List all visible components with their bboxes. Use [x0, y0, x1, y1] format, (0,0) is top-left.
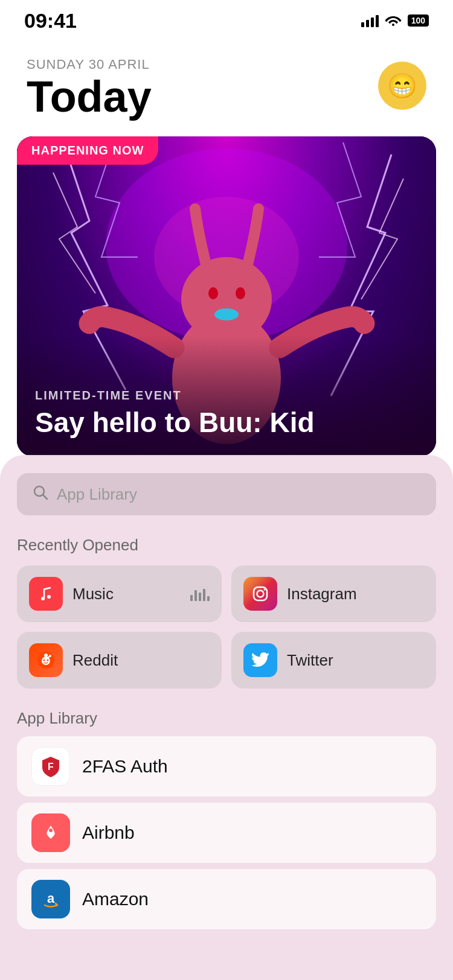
battery-icon: 100: [408, 14, 429, 27]
music-app-name: Music: [72, 585, 181, 603]
search-icon: [33, 485, 48, 504]
2fas-app-name: 2FAS Auth: [82, 756, 168, 777]
app-library-list: F 2FAS Auth Airbnb: [17, 736, 436, 929]
app-library-title: App Library: [17, 709, 436, 728]
music-app-icon: [29, 577, 63, 611]
card-overlay: LIMITED-TIME EVENT Say hello to Buu: Kid: [17, 336, 436, 456]
recently-opened-title: Recently Opened: [17, 536, 436, 555]
reddit-app-icon: [29, 643, 63, 677]
svg-line-11: [44, 588, 50, 590]
airbnb-icon: [31, 813, 70, 852]
svg-text:F: F: [48, 762, 54, 772]
event-title-label: Say hello to Buu: Kid: [35, 407, 418, 438]
status-bar: 09:41 100: [0, 0, 453, 33]
search-bar[interactable]: App Library: [17, 473, 436, 515]
avatar[interactable]: 😁: [378, 62, 426, 110]
signal-icon: [361, 14, 379, 27]
svg-point-24: [49, 829, 53, 832]
twitter-app-name: Twitter: [287, 651, 424, 670]
happening-badge: HAPPENING NOW: [17, 136, 158, 165]
svg-point-16: [42, 657, 50, 665]
list-item-2fas[interactable]: F 2FAS Auth: [17, 736, 436, 797]
svg-line-8: [43, 495, 47, 499]
app-tile-twitter[interactable]: Twitter: [231, 632, 436, 689]
app-tile-music[interactable]: Music: [17, 565, 222, 622]
wifi-icon: [385, 13, 402, 28]
app-tile-instagram[interactable]: Instagram: [231, 565, 436, 622]
amazon-app-name: Amazon: [82, 889, 149, 909]
event-type-label: LIMITED-TIME EVENT: [35, 389, 418, 402]
app-tile-reddit[interactable]: Reddit: [17, 632, 222, 689]
list-item-airbnb[interactable]: Airbnb: [17, 803, 436, 863]
amazon-icon: a: [31, 880, 70, 918]
2fas-icon: F: [31, 747, 70, 786]
airbnb-app-name: Airbnb: [82, 822, 135, 843]
svg-point-13: [257, 591, 264, 597]
recently-opened-grid: Music Instagram: [17, 565, 436, 689]
date-label: SUNDAY 30 APRIL: [27, 57, 152, 72]
svg-point-19: [49, 655, 51, 657]
playing-indicator: [190, 587, 210, 601]
list-item-amazon[interactable]: a Amazon: [17, 869, 436, 929]
app-library-overlay: App Library Recently Opened Music: [0, 455, 453, 980]
search-placeholder: App Library: [57, 485, 137, 504]
svg-point-9: [41, 597, 45, 600]
status-time: 09:41: [24, 9, 77, 33]
svg-point-18: [47, 660, 49, 661]
svg-point-17: [43, 660, 45, 661]
app-library-section: App Library F 2FAS Auth: [17, 709, 436, 929]
status-icons: 100: [361, 13, 429, 28]
instagram-app-icon: [243, 577, 277, 611]
header-title-group: SUNDAY 30 APRIL Today: [27, 57, 152, 118]
instagram-app-name: Instagram: [287, 585, 424, 603]
svg-point-14: [264, 589, 266, 591]
today-label: Today: [27, 75, 152, 118]
svg-text:a: a: [47, 891, 55, 906]
svg-point-10: [47, 595, 51, 599]
page-header: SUNDAY 30 APRIL Today 😁: [0, 33, 453, 130]
featured-card[interactable]: HAPPENING NOW LIMITED-TIME EVENT Say hel…: [17, 136, 436, 456]
twitter-app-icon: [243, 643, 277, 677]
svg-point-20: [44, 654, 48, 657]
reddit-app-name: Reddit: [72, 651, 210, 670]
